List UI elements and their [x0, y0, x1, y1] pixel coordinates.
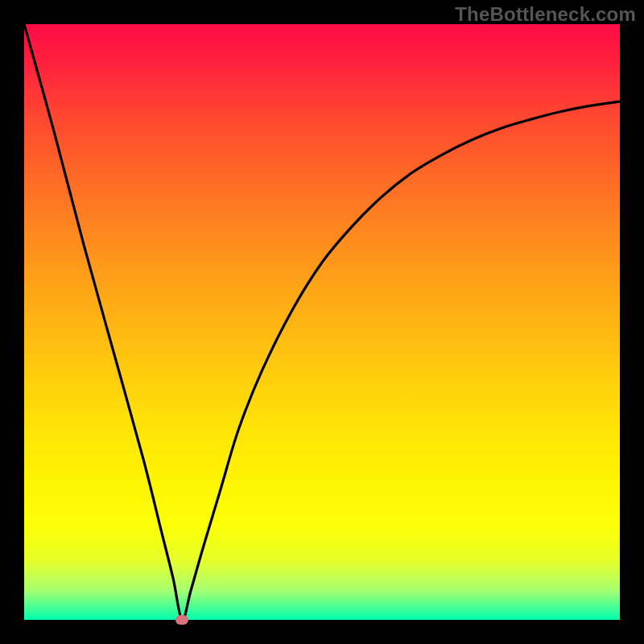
- bottleneck-curve: [24, 24, 620, 620]
- watermark-text: TheBottleneck.com: [455, 3, 636, 26]
- minimum-marker: [175, 615, 188, 625]
- chart-area: [24, 24, 620, 620]
